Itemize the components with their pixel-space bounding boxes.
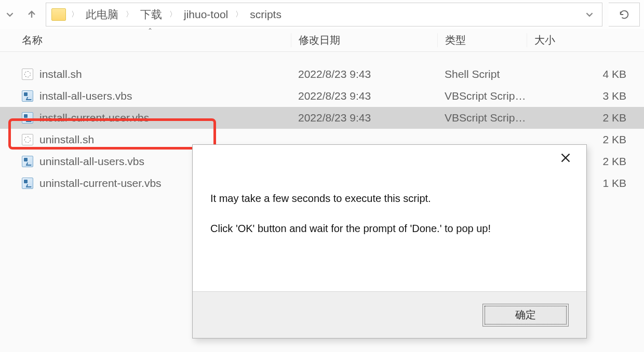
chevron-right-icon: 〉	[125, 10, 134, 19]
column-header-type[interactable]: 类型	[437, 33, 527, 47]
file-type-cell: Shell Script	[437, 68, 527, 80]
breadcrumb-item[interactable]: 此电脑	[82, 5, 123, 24]
dialog-text-line: It may take a few seconds to execute thi…	[210, 191, 569, 206]
column-header-size[interactable]: 大小	[527, 33, 644, 47]
shell-script-icon	[22, 69, 33, 80]
file-date-cell: 2022/8/23 9:43	[291, 112, 437, 124]
file-row[interactable]: install-all-users.vbs2022/8/23 9:43VBScr…	[0, 85, 644, 107]
vbscript-icon	[22, 156, 33, 167]
column-headers: ⌃ 名称 修改日期 类型 大小	[0, 29, 644, 52]
breadcrumb-item[interactable]: jihuo-tool	[180, 6, 232, 23]
dialog-body: It may take a few seconds to execute thi…	[193, 171, 586, 291]
file-type-cell: VBScript Script ...	[437, 112, 527, 124]
chevron-right-icon: 〉	[168, 10, 178, 19]
file-name-cell: install-current-user.vbs	[22, 112, 291, 124]
file-size-cell: 3 KB	[527, 90, 644, 102]
chevron-right-icon: 〉	[70, 10, 79, 19]
history-dropdown-button[interactable]	[2, 7, 18, 22]
file-name-label: uninstall-current-user.vbs	[39, 177, 162, 189]
column-header-date[interactable]: 修改日期	[291, 33, 437, 47]
address-box[interactable]: 〉 此电脑 〉 下载 〉 jihuo-tool 〉 scripts	[46, 3, 602, 26]
shell-script-icon	[22, 134, 33, 145]
file-row[interactable]: install-current-user.vbs2022/8/23 9:43VB…	[0, 107, 644, 129]
message-dialog: It may take a few seconds to execute thi…	[192, 144, 587, 339]
up-button[interactable]	[24, 7, 39, 22]
dialog-titlebar	[193, 145, 586, 171]
breadcrumb-item[interactable]: scripts	[246, 6, 286, 23]
dialog-text-line: Click 'OK' button and wait for the promp…	[210, 221, 569, 236]
vbscript-icon	[22, 90, 33, 102]
column-header-label: 名称	[22, 34, 43, 46]
address-bar-row: 〉 此电脑 〉 下载 〉 jihuo-tool 〉 scripts	[0, 0, 644, 29]
vbscript-icon	[22, 178, 33, 189]
file-name-label: install-current-user.vbs	[39, 112, 149, 124]
breadcrumb-item[interactable]: 下载	[136, 5, 166, 24]
address-dropdown-button[interactable]	[580, 11, 599, 18]
file-name-label: uninstall.sh	[39, 133, 94, 146]
column-header-name[interactable]: ⌃ 名称	[22, 33, 291, 47]
refresh-button[interactable]	[609, 3, 640, 26]
sort-indicator-icon: ⌃	[147, 27, 153, 34]
file-date-cell: 2022/8/23 9:43	[291, 90, 437, 102]
file-name-label: uninstall-all-users.vbs	[39, 155, 144, 168]
file-size-cell: 4 KB	[527, 68, 644, 80]
file-name-label: install-all-users.vbs	[39, 90, 132, 102]
file-size-cell: 2 KB	[527, 112, 644, 124]
chevron-right-icon: 〉	[234, 10, 244, 19]
vbscript-icon	[22, 112, 33, 124]
close-button[interactable]	[555, 147, 576, 168]
file-type-cell: VBScript Script ...	[437, 90, 527, 102]
file-name-cell: install-all-users.vbs	[22, 90, 291, 102]
file-date-cell: 2022/8/23 9:43	[291, 68, 437, 80]
file-row[interactable]: install.sh2022/8/23 9:43Shell Script4 KB	[0, 63, 644, 85]
ok-button[interactable]: 确定	[482, 304, 569, 327]
file-name-label: install.sh	[39, 68, 82, 80]
folder-icon	[51, 8, 66, 21]
file-name-cell: install.sh	[22, 68, 291, 80]
dialog-footer: 确定	[193, 291, 586, 338]
